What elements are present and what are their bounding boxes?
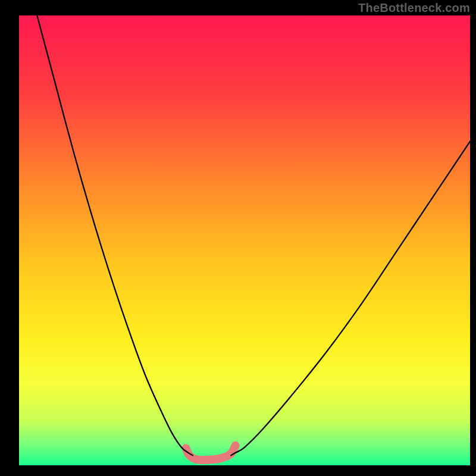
gradient-background: [19, 15, 470, 465]
chart-frame: TheBottleneck.com: [0, 0, 476, 476]
bottleneck-chart: [0, 0, 476, 476]
